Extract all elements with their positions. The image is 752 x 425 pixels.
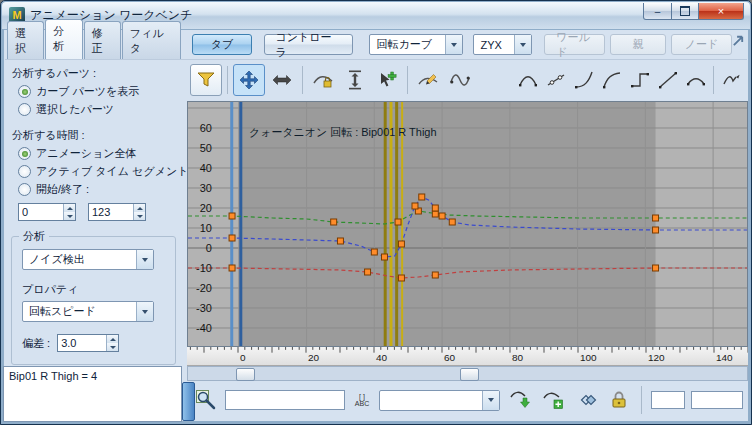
deviation-field[interactable] xyxy=(57,334,119,352)
radio-active-time-segment[interactable]: アクティブ タイム セグメント xyxy=(18,164,181,179)
svg-text:60: 60 xyxy=(200,122,212,134)
move-keys-button[interactable] xyxy=(233,64,265,96)
tab-analyze[interactable]: 分析 xyxy=(45,19,82,59)
minimize-button[interactable]: – xyxy=(643,3,672,20)
tangent-smooth-button[interactable] xyxy=(682,67,709,93)
add-key-icon xyxy=(377,70,397,90)
radio-start-end[interactable]: 開始/終了 : xyxy=(18,182,181,197)
select-curve-down-button[interactable] xyxy=(506,387,533,413)
close-icon: × xyxy=(718,5,724,17)
svg-text:30: 30 xyxy=(200,182,212,194)
radio-selected-icon xyxy=(18,85,31,98)
radio-show-curve-parts[interactable]: カーブ パーツを表示 xyxy=(18,84,181,99)
tab-select[interactable]: 選択 xyxy=(7,21,44,59)
radio-whole-animation[interactable]: アニメーション全体 xyxy=(18,146,181,161)
chevron-down-icon[interactable] xyxy=(482,391,499,410)
chevron-down-icon[interactable] xyxy=(136,250,153,269)
end-frame-input[interactable] xyxy=(89,204,133,220)
deviation-input[interactable] xyxy=(58,335,106,351)
radio-selected-parts[interactable]: 選択したパーツ xyxy=(18,102,181,117)
svg-text:140: 140 xyxy=(716,352,733,363)
analysis-groupbox: 分析 ノイズ検出 プロパティ 回転スピード 偏差 : xyxy=(11,236,176,365)
curve-type-dropdown[interactable]: 回転カーブ xyxy=(369,34,463,55)
search-input[interactable] xyxy=(225,390,345,410)
radio-icon xyxy=(18,103,31,116)
end-frame-field[interactable] xyxy=(88,203,146,221)
animation-workbench-window: M アニメーション ワークベンチ – × 選択 分析 修正 フィルタ タブ コン… xyxy=(0,0,752,425)
tangent-auto-button[interactable] xyxy=(514,67,541,93)
result-item[interactable]: Bip01 R Thigh = 4 xyxy=(9,370,97,382)
name-filter-dropdown[interactable] xyxy=(379,390,500,411)
divider xyxy=(302,66,303,94)
spinner-arrows[interactable] xyxy=(63,204,75,220)
curve-editor-area: 6050403020100-10-20-30-40クォータニオン 回転 : Bi… xyxy=(187,59,748,421)
match-case-icon[interactable]: [ ] ABC xyxy=(351,393,373,407)
add-keys-button[interactable] xyxy=(372,65,402,95)
tangent-fast-button[interactable] xyxy=(570,67,597,93)
status-field-2[interactable] xyxy=(691,391,743,409)
svg-text:0: 0 xyxy=(206,242,212,254)
tab-mode-button[interactable]: タブ xyxy=(192,34,251,55)
analyze-time-label: 分析する時間 : xyxy=(12,128,181,143)
search-icon xyxy=(195,389,217,411)
tangent-custom-button[interactable] xyxy=(542,67,569,93)
lock-icon xyxy=(608,389,630,411)
spinner-arrows[interactable] xyxy=(106,335,118,351)
maximize-icon xyxy=(680,6,690,16)
spinner-arrows[interactable] xyxy=(133,204,145,220)
svg-text:0: 0 xyxy=(240,352,246,363)
add-curve-button[interactable] xyxy=(539,387,566,413)
tangent-step-button[interactable] xyxy=(626,67,653,93)
rotation-order-dropdown[interactable]: ZYX xyxy=(473,34,532,55)
curve-svg[interactable]: 6050403020100-10-20-30-40クォータニオン 回転 : Bi… xyxy=(188,102,747,346)
lock-curve-icon xyxy=(313,70,333,90)
chevron-down-icon[interactable] xyxy=(445,35,462,54)
noise-filter-dropdown[interactable]: ノイズ検出 xyxy=(22,249,154,270)
detach-arrow-icon[interactable] xyxy=(732,33,745,51)
chevron-down-icon[interactable] xyxy=(136,302,153,321)
close-button[interactable]: × xyxy=(699,3,744,20)
maximize-button[interactable] xyxy=(672,3,699,20)
draw-curve-button[interactable] xyxy=(413,65,443,95)
scale-vertical-icon xyxy=(345,70,365,90)
start-frame-field[interactable] xyxy=(18,203,76,221)
divider xyxy=(641,386,642,414)
controller-button[interactable]: コントローラ xyxy=(264,34,354,55)
analysis-result-list[interactable]: Bip01 R Thigh = 4 xyxy=(3,366,182,422)
param-out-of-range-button[interactable] xyxy=(718,67,745,93)
filter-curves-button[interactable] xyxy=(190,64,222,96)
tangent-linear-button[interactable] xyxy=(654,67,681,93)
move-4way-icon xyxy=(239,70,259,90)
svg-text:120: 120 xyxy=(648,352,665,363)
panel-vertical-scroll-thumb[interactable] xyxy=(182,382,195,421)
property-dropdown[interactable]: 回転スピード xyxy=(22,301,154,322)
find-button[interactable] xyxy=(192,387,219,413)
funnel-icon xyxy=(196,70,216,90)
navigate-keys-button[interactable] xyxy=(572,387,599,413)
timeline-svg: 020406080100120140 xyxy=(187,347,748,365)
analysis-group-label: 分析 xyxy=(19,229,49,244)
tangent-slow-button[interactable] xyxy=(598,67,625,93)
timeline-ruler[interactable]: 020406080100120140 xyxy=(187,347,748,366)
tab-fix[interactable]: 修正 xyxy=(84,21,121,59)
wave-curve-icon xyxy=(450,70,470,90)
analysis-panel: 分析するパーツ : カーブ パーツを表示 選択したパーツ 分析する時間 : アニ… xyxy=(5,59,181,422)
chevron-down-icon[interactable] xyxy=(514,35,531,54)
move-keys-horizontal-button[interactable] xyxy=(267,65,297,95)
tab-filter[interactable]: フィルタ xyxy=(122,21,182,59)
svg-text:-40: -40 xyxy=(196,322,212,334)
svg-text:50: 50 xyxy=(200,142,212,154)
curve-plot[interactable]: 6050403020100-10-20-30-40クォータニオン 回転 : Bi… xyxy=(187,101,748,347)
scale-keys-vertical-button[interactable] xyxy=(340,65,370,95)
svg-text:20: 20 xyxy=(308,352,320,363)
lock-selection-button[interactable] xyxy=(605,387,632,413)
simplify-curve-button[interactable] xyxy=(445,65,475,95)
divider xyxy=(227,66,228,94)
status-field-1[interactable] xyxy=(651,391,685,409)
radio-selected-icon xyxy=(18,147,31,160)
lock-tangents-button[interactable] xyxy=(308,65,338,95)
svg-text:60: 60 xyxy=(444,352,456,363)
start-frame-input[interactable] xyxy=(19,204,63,220)
svg-text:80: 80 xyxy=(512,352,524,363)
divider xyxy=(407,66,408,94)
